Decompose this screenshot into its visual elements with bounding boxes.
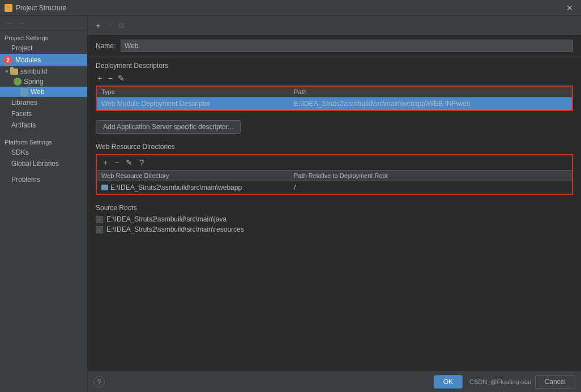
- tree-label-ssmbuild: ssmbuild: [20, 67, 47, 75]
- sidebar-item-libraries[interactable]: Libraries: [0, 97, 87, 108]
- dd-add-button[interactable]: +: [96, 73, 104, 83]
- back-button[interactable]: ←: [3, 18, 15, 28]
- sidebar-item-facets-label: Facets: [11, 110, 32, 118]
- forward-button[interactable]: →: [17, 18, 28, 28]
- copy-module-button[interactable]: ⧉: [116, 19, 126, 31]
- source-root-checkbox-0[interactable]: [96, 216, 103, 223]
- sidebar-item-sdks-label: SDKs: [11, 148, 29, 156]
- tree-label-spring: Spring: [24, 78, 44, 86]
- app-icon: 🔧: [5, 4, 12, 12]
- sidebar-item-project-label: Project: [11, 44, 32, 52]
- scrollable-content: Name: Deployment Descriptors + − ✎ Type …: [88, 35, 581, 371]
- sidebar-item-project[interactable]: Project: [0, 42, 87, 54]
- add-server-button[interactable]: Add Application Server specific descript…: [96, 120, 241, 134]
- tree-label-web: Web: [31, 88, 44, 96]
- wrd-table: + − ✎ ? Web Resource Directory Path Rela…: [96, 154, 573, 195]
- wrd-col-rel-header: Path Relative to Deployment Root: [294, 172, 567, 179]
- tree-arrow-ssmbuild: ▼: [5, 69, 10, 74]
- tree-item-spring[interactable]: Spring: [0, 76, 87, 87]
- dd-col-path-header: Path: [294, 88, 567, 95]
- dd-table-header: Type Path: [97, 87, 572, 97]
- dd-remove-button[interactable]: −: [106, 73, 114, 83]
- web-resource-directories-section: Web Resource Directories + − ✎ ? Web Res…: [88, 138, 581, 199]
- wrd-cell-dir-0: E:\IDEA_Struts2\ssmbuild\src\main\webapp: [101, 184, 294, 191]
- add-module-button[interactable]: +: [93, 20, 102, 31]
- name-row: Name:: [88, 35, 581, 57]
- sidebar-item-artifacts-label: Artifacts: [11, 121, 36, 129]
- ok-button[interactable]: OK: [434, 375, 463, 389]
- sidebar-item-sdks[interactable]: SDKs: [0, 147, 87, 158]
- source-root-item-1: E:\IDEA_Struts2\ssmbuild\src\main\resour…: [96, 225, 573, 233]
- bottom-bar: ? OK CSDN_@Floating-star Cancel: [88, 371, 581, 392]
- wrd-help-button[interactable]: ?: [138, 157, 146, 168]
- dd-row-0[interactable]: Web Module Deployment Descriptor E:\IDEA…: [97, 97, 572, 110]
- tree-item-ssmbuild[interactable]: ▼ ssmbuild: [0, 66, 87, 76]
- wrd-remove-button[interactable]: −: [113, 157, 121, 168]
- dir-folder-icon: [101, 185, 108, 190]
- content-toolbar: + − ⧉: [88, 16, 581, 35]
- modules-badge: 2: [3, 56, 12, 65]
- wrd-row-0[interactable]: E:\IDEA_Struts2\ssmbuild\src\main\webapp…: [97, 181, 572, 194]
- source-root-label-0: E:\IDEA_Struts2\ssmbuild\src\main\java: [106, 215, 227, 223]
- wrd-table-header: Web Resource Directory Path Relative to …: [97, 171, 572, 181]
- folder-icon-ssmbuild: [10, 69, 18, 75]
- watermark: CSDN_@Floating-star: [469, 378, 532, 385]
- name-input[interactable]: [121, 40, 573, 52]
- source-roots-title: Source Roots: [96, 204, 573, 212]
- wrd-add-button[interactable]: +: [101, 157, 109, 168]
- content-area: + − ⧉ Name: Deployment Descriptors + − ✎: [88, 16, 581, 392]
- title-bar: 🔧 Project Structure ✕: [0, 0, 581, 16]
- web-icon: [20, 88, 28, 96]
- platform-settings-section: Platform Settings: [0, 135, 87, 147]
- sidebar-item-global-libraries-label: Global Libraries: [11, 160, 59, 168]
- deployment-descriptors-toolbar: + − ✎: [96, 73, 573, 83]
- sidebar: ← → Project Settings Project 2 Modules ▼…: [0, 16, 88, 392]
- remove-module-button[interactable]: −: [105, 20, 114, 31]
- name-label: Name:: [96, 42, 116, 50]
- sidebar-item-facets[interactable]: Facets: [0, 108, 87, 120]
- wrd-toolbar: + − ✎ ?: [97, 155, 572, 171]
- wrd-edit-button[interactable]: ✎: [124, 157, 134, 168]
- window-title: Project Structure: [16, 4, 66, 12]
- tree-item-web[interactable]: Web: [0, 87, 87, 97]
- dd-cell-type-0: Web Module Deployment Descriptor: [101, 100, 294, 108]
- source-root-label-1: E:\IDEA_Struts2\ssmbuild\src\main\resour…: [106, 225, 244, 233]
- source-root-item-0: E:\IDEA_Struts2\ssmbuild\src\main\java: [96, 215, 573, 223]
- sidebar-item-libraries-label: Libraries: [11, 99, 37, 106]
- deployment-descriptors-title: Deployment Descriptors: [96, 62, 573, 70]
- sidebar-item-modules-label: Modules: [15, 56, 41, 64]
- deployment-descriptors-section: Deployment Descriptors + − ✎ Type Path W…: [88, 57, 581, 138]
- dd-cell-path-0: E:\IDEA_Struts2\ssmbuild\src\main\webapp…: [294, 100, 567, 108]
- wrd-title: Web Resource Directories: [96, 143, 573, 151]
- dd-col-type-header: Type: [101, 88, 294, 95]
- dd-edit-button[interactable]: ✎: [116, 73, 126, 83]
- sidebar-item-modules[interactable]: 2 Modules: [0, 54, 87, 66]
- sidebar-item-global-libraries[interactable]: Global Libraries: [0, 158, 87, 169]
- deployment-descriptors-table: Type Path Web Module Deployment Descript…: [96, 86, 573, 111]
- sidebar-nav: ← →: [0, 16, 87, 31]
- close-button[interactable]: ✕: [563, 2, 576, 14]
- spring-icon: [14, 78, 22, 86]
- source-roots-section: Source Roots E:\IDEA_Struts2\ssmbuild\sr…: [88, 199, 581, 240]
- sidebar-item-artifacts[interactable]: Artifacts: [0, 120, 87, 131]
- wrd-dir-label-0: E:\IDEA_Struts2\ssmbuild\src\main\webapp: [110, 184, 242, 191]
- source-root-checkbox-1[interactable]: [96, 226, 103, 233]
- project-settings-section: Project Settings: [0, 31, 87, 42]
- help-button[interactable]: ?: [93, 376, 105, 387]
- sidebar-item-problems-label: Problems: [11, 176, 40, 184]
- sidebar-item-problems[interactable]: Problems: [0, 174, 87, 185]
- wrd-col-dir-header: Web Resource Directory: [101, 172, 294, 179]
- wrd-cell-rel-0: /: [294, 184, 567, 191]
- cancel-button[interactable]: Cancel: [535, 375, 575, 389]
